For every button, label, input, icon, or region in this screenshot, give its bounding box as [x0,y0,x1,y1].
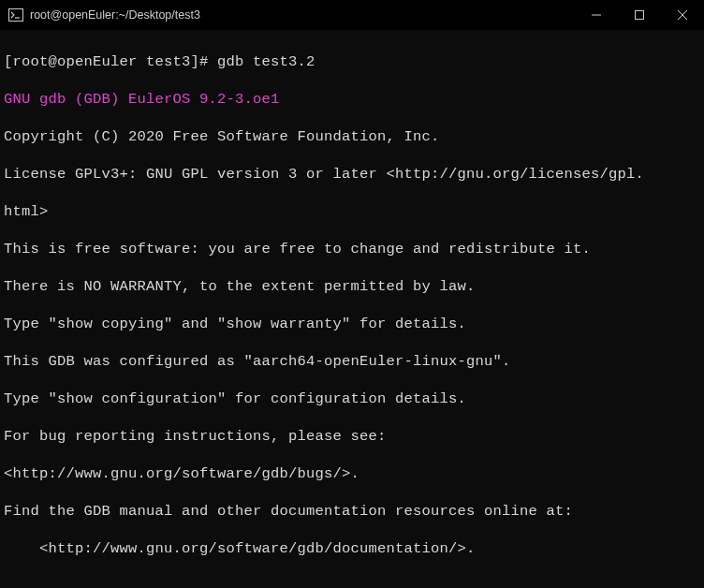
svg-rect-3 [636,11,644,20]
output-text: License GPLv3+: GNU GPL version 3 or lat… [4,165,700,184]
close-button[interactable] [661,0,704,30]
terminal-icon [7,7,24,23]
window-titlebar: root@openEuler:~/Desktop/test3 [0,0,704,30]
output-text: html> [4,202,700,221]
output-text: This GDB was configured as "aarch64-open… [4,352,700,371]
output-text: EulerOS 9.2-3.oe1 [128,91,280,108]
output-text: Type "show configuration" for configurat… [4,390,700,408]
output-text: <http://www.gnu.org/software/gdb/documen… [4,539,700,558]
output-text: GNU gdb (GDB) [4,91,128,108]
prompt-bracket-close: ]# [191,53,218,70]
output-text: This is free software: you are free to c… [4,240,700,258]
terminal-output[interactable]: [root@openEuler test3]# gdb test3.2 GNU … [0,30,704,588]
output-text: <http://www.gnu.org/software/gdb/bugs/>. [4,464,700,483]
output-text: Copyright (C) 2020 Free Software Foundat… [4,127,700,146]
maximize-button[interactable] [618,0,661,30]
window-title: root@openEuler:~/Desktop/test3 [30,6,575,24]
prompt-dir: test3 [146,53,191,70]
svg-rect-0 [9,9,23,22]
output-text: Find the GDB manual and other documentat… [4,502,700,521]
output-text: For bug reporting instructions, please s… [4,427,700,446]
output-text: Type "show copying" and "show warranty" … [4,315,700,333]
prompt-bracket: [ [4,53,13,70]
output-text [4,577,700,588]
output-text: There is NO WARRANTY, to the extent perm… [4,277,700,296]
minimize-button[interactable] [575,0,618,30]
prompt-user: root@openEuler [13,53,138,70]
command-text: gdb test3.2 [217,53,315,70]
